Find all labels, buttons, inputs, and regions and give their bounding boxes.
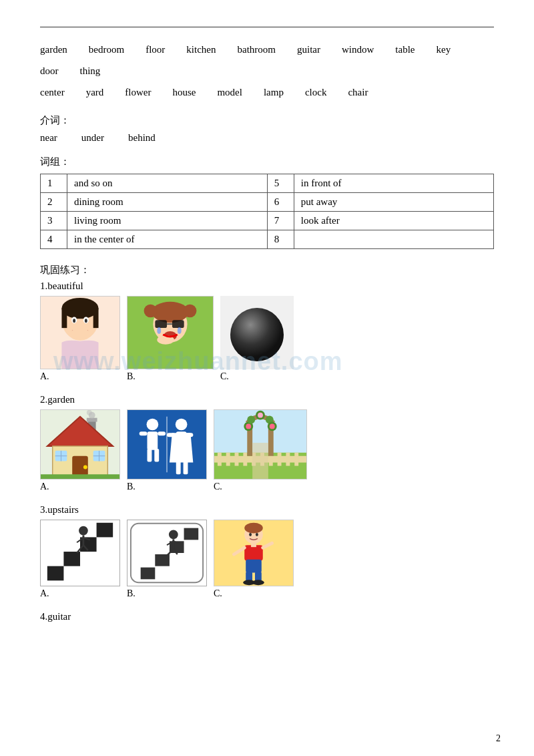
svg-point-7 — [85, 319, 87, 323]
practice-section: 巩固练习： 1.beautiful — [40, 264, 494, 622]
word-flower: flower — [125, 82, 151, 102]
svg-point-8 — [71, 328, 89, 339]
word-kitchen: kitchen — [186, 39, 216, 59]
word-thing: thing — [80, 61, 101, 81]
svg-rect-90 — [141, 568, 156, 580]
svg-marker-26 — [47, 417, 113, 446]
ex1-labelB: B. — [127, 371, 136, 382]
ex2-labelB: B. — [127, 482, 136, 492]
svg-point-113 — [252, 580, 264, 585]
ex3-imgC-pic — [214, 520, 294, 586]
svg-point-11 — [152, 302, 188, 323]
exercise-2: 2.garden — [40, 394, 494, 492]
vocab-row-2: door thing — [40, 61, 494, 81]
svg-point-21 — [230, 308, 284, 361]
word-garden: garden — [40, 39, 67, 59]
svg-point-94 — [169, 530, 178, 540]
table-row: 2 dining room 6 put away — [41, 193, 494, 212]
svg-rect-51 — [184, 461, 188, 475]
ex1-imgA-pic — [40, 296, 120, 369]
phrase-num2: 7 — [267, 212, 294, 230]
svg-point-31 — [83, 465, 87, 469]
prepositions-label: 介词： — [40, 114, 494, 127]
exercise-4: 4.guitar — [40, 611, 494, 622]
word-table: table — [395, 39, 415, 59]
ex1-labelC: C. — [220, 371, 229, 382]
table-row: 3 living room 7 look after — [41, 212, 494, 230]
svg-rect-3 — [93, 309, 99, 329]
svg-rect-58 — [218, 453, 222, 466]
word-bedroom: bedroom — [89, 39, 124, 59]
ex3-imgB-pic — [127, 520, 207, 586]
ex2-labelC: C. — [214, 482, 222, 492]
ex3-imgB: B. — [127, 520, 207, 599]
svg-point-25 — [87, 410, 92, 415]
svg-point-71 — [247, 416, 255, 424]
ex3-labelC: C. — [214, 588, 222, 599]
svg-rect-65 — [278, 453, 282, 466]
ex2-imgC-pic — [214, 409, 307, 480]
svg-rect-60 — [235, 453, 239, 466]
phrase-num: 4 — [41, 230, 67, 249]
svg-rect-91 — [155, 554, 170, 566]
phrase-num2: 5 — [267, 174, 294, 193]
svg-rect-38 — [41, 474, 119, 479]
prep-under: under — [81, 132, 104, 144]
prep-near: near — [40, 132, 57, 144]
svg-point-76 — [258, 413, 263, 418]
svg-rect-14 — [155, 320, 167, 328]
svg-point-47 — [176, 419, 188, 431]
ex1-imgC-pic — [220, 296, 294, 369]
svg-rect-44 — [140, 431, 148, 435]
page-number: 2 — [496, 733, 501, 744]
phrase-text2: put away — [294, 193, 493, 212]
ex1-imgB: B. — [127, 296, 214, 382]
svg-rect-15 — [172, 320, 184, 328]
phrase-num2: 6 — [267, 193, 294, 212]
phrases-label: 词组： — [40, 156, 494, 168]
phrase-text2 — [294, 230, 493, 249]
svg-rect-106 — [251, 542, 256, 547]
svg-rect-45 — [158, 431, 166, 435]
svg-point-103 — [249, 533, 252, 536]
ex1-images: A. — [40, 296, 494, 382]
phrase-num: 3 — [41, 212, 67, 230]
ex2-imgA: A. — [40, 409, 120, 492]
ex3-labelB: B. — [127, 588, 136, 599]
ex2-imgA-pic — [40, 409, 120, 480]
svg-rect-67 — [294, 453, 298, 466]
ex3-imgC: C. — [214, 520, 294, 599]
svg-point-17 — [157, 327, 161, 334]
svg-point-12 — [144, 305, 158, 318]
svg-rect-49 — [176, 431, 187, 441]
exercise-3: 3.upstairs — [40, 504, 494, 599]
ex2-labelA: A. — [40, 482, 49, 492]
svg-rect-93 — [184, 528, 199, 540]
word-key: key — [436, 39, 451, 59]
svg-rect-52 — [167, 433, 175, 437]
svg-rect-80 — [63, 552, 80, 566]
word-yard: yard — [86, 82, 104, 102]
svg-point-1 — [61, 298, 98, 319]
ex3-label: 3.upstairs — [40, 504, 494, 516]
phrase-text: dining room — [67, 193, 268, 212]
svg-rect-82 — [97, 523, 113, 538]
ex1-imgC: C. — [220, 296, 294, 382]
vocabulary-section: garden bedroom floor kitchen bathroom gu… — [40, 39, 494, 102]
word-door: door — [40, 61, 59, 81]
word-chair: chair — [348, 82, 368, 102]
ex2-label: 2.garden — [40, 394, 494, 405]
phrase-text2: look after — [294, 212, 493, 230]
ex1-label: 1.beautiful — [40, 280, 494, 292]
phrase-num2: 8 — [267, 230, 294, 249]
ex4-label: 4.guitar — [40, 611, 494, 622]
phrase-text: living room — [67, 212, 268, 230]
svg-point-75 — [246, 423, 251, 429]
svg-rect-43 — [154, 449, 159, 462]
svg-rect-105 — [244, 545, 263, 561]
word-floor: floor — [146, 39, 165, 59]
ex1-imgA: A. — [40, 296, 120, 382]
phrase-num: 2 — [41, 193, 67, 212]
ex3-labelA: A. — [40, 588, 49, 599]
svg-rect-53 — [186, 433, 194, 437]
